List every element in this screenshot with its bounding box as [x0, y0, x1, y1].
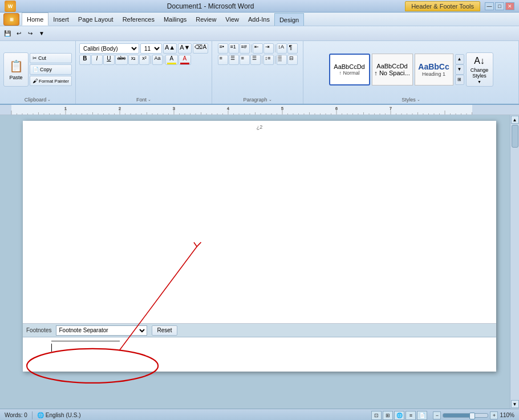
svg-text:3: 3	[173, 107, 175, 111]
footnote-content[interactable]	[23, 337, 496, 372]
draft-view-button[interactable]: 📄	[417, 411, 427, 420]
minimize-button[interactable]: —	[485, 2, 494, 10]
change-styles-arrow: ▼	[477, 80, 481, 84]
footnote-type-select[interactable]: Footnote Separator Footnote Continuation…	[56, 325, 147, 336]
paste-button[interactable]: 📋 Paste	[3, 52, 29, 87]
save-button[interactable]: 💾	[2, 28, 13, 39]
grow-font-button[interactable]: A▲	[163, 43, 177, 54]
sort-button[interactable]: ↕A	[277, 43, 287, 54]
align-left-button[interactable]: ≡	[218, 55, 228, 65]
styles-scroll-up[interactable]: ▲	[455, 54, 464, 64]
style-normal-selected[interactable]: AaBbCcDd ↑ Normal	[329, 54, 370, 85]
maximize-button[interactable]: □	[495, 2, 504, 10]
footnote-toolbar: Footnotes Footnote Separator Footnote Co…	[23, 324, 496, 337]
style-heading1[interactable]: AaBbCc Heading 1	[415, 54, 453, 85]
styles-scroll-down[interactable]: ▼	[455, 64, 464, 75]
scrollbar-down-button[interactable]: ▼	[511, 400, 519, 408]
highlight-button[interactable]: A	[165, 55, 178, 65]
menu-mailings[interactable]: Mailings	[159, 13, 191, 26]
office-logo[interactable]: W	[5, 1, 16, 12]
bullets-button[interactable]: ≡•	[218, 43, 228, 54]
copy-button[interactable]: 📄 Copy	[30, 64, 72, 75]
title-bar: W Document1 - Microsoft Word Header & Fo…	[0, 0, 519, 13]
font-expand-icon[interactable]: ⌄	[148, 97, 151, 102]
scrollbar-thumb[interactable]	[512, 125, 518, 148]
borders-button[interactable]: ⊟	[287, 55, 298, 65]
style-heading1-preview: AaBbCc	[418, 62, 449, 71]
zoom-in-button[interactable]: +	[490, 411, 498, 419]
menu-review[interactable]: Review	[191, 13, 221, 26]
change-styles-button[interactable]: A↓ ChangeStyles ▼	[466, 52, 493, 87]
bold-button[interactable]: B	[79, 55, 91, 65]
align-right-button[interactable]: ≡	[240, 55, 250, 65]
scrollbar-up-button[interactable]: ▲	[511, 116, 519, 124]
menu-view[interactable]: View	[221, 13, 244, 26]
reset-button[interactable]: Reset	[152, 325, 177, 336]
format-painter-label: Format Painter	[39, 79, 69, 84]
clipboard-expand-icon[interactable]: ⌄	[47, 97, 51, 102]
line-spacing-button[interactable]: ↕≡	[263, 55, 274, 65]
full-screen-button[interactable]: ⊞	[383, 411, 393, 420]
italic-button[interactable]: I	[91, 55, 103, 65]
language-icon: 🌐	[37, 412, 44, 418]
undo-button[interactable]: ↩	[14, 28, 24, 39]
clipboard-group: 📋 Paste ✂ Cut 📄 Copy 🖌 Format Painter Cl…	[0, 41, 76, 104]
font-color-bar	[180, 63, 189, 64]
para-sep2	[275, 44, 275, 52]
customize-qa-button[interactable]: ▼	[37, 28, 47, 39]
para-row2: ≡ ☰ ≡ ☰ ↕≡ ▒ ⊟	[218, 55, 298, 65]
document-scroll[interactable]: ¿2 Footnotes Footnote Separator Footnote…	[0, 115, 519, 409]
justify-button[interactable]: ☰	[250, 55, 261, 65]
menu-add-ins[interactable]: Add-Ins	[244, 13, 274, 26]
outline-view-button[interactable]: ≡	[406, 411, 416, 420]
font-name-select[interactable]: Calibri (Body)	[79, 43, 139, 54]
menu-page-layout[interactable]: Page Layout	[74, 13, 118, 26]
print-layout-button[interactable]: ⊡	[371, 411, 382, 420]
subscript-button[interactable]: x₂	[128, 55, 139, 65]
shrink-font-button[interactable]: A▼	[178, 43, 192, 54]
styles-expand-icon[interactable]: ⌄	[417, 97, 420, 102]
office-button[interactable]: ⊞	[3, 13, 19, 26]
language-indicator[interactable]: 🌐 English (U.S.)	[37, 412, 81, 418]
zoom-level[interactable]: 110%	[500, 412, 514, 418]
superscript-button[interactable]: x²	[139, 55, 149, 65]
close-button[interactable]: ✕	[505, 2, 514, 10]
paste-icon: 📋	[9, 59, 23, 73]
zoom-out-button[interactable]: −	[433, 411, 441, 419]
paragraph-expand-icon[interactable]: ⌄	[269, 97, 272, 102]
menu-insert[interactable]: Insert	[48, 13, 74, 26]
document-title: Document1 - Microsoft Word	[16, 2, 405, 10]
menu-design[interactable]: Design	[274, 13, 304, 26]
para-sep3	[262, 56, 262, 64]
change-case-button[interactable]: Aa	[152, 55, 163, 65]
page-content[interactable]: ¿2	[23, 121, 496, 323]
show-hide-button[interactable]: ¶	[287, 43, 298, 54]
strikethrough-button[interactable]: abc	[115, 55, 128, 65]
format-painter-button[interactable]: 🖌 Format Painter	[30, 76, 72, 86]
center-button[interactable]: ☰	[229, 55, 239, 65]
decrease-indent-button[interactable]: ⇤	[253, 43, 263, 54]
font-size-select[interactable]: 11	[140, 43, 162, 54]
style-no-spacing[interactable]: AaBbCcDd ↑ No Spaci...	[372, 54, 413, 85]
menu-references[interactable]: References	[118, 13, 159, 26]
multilevel-button[interactable]: ≡#	[240, 43, 250, 54]
redo-button[interactable]: ↪	[25, 28, 35, 39]
menu-home[interactable]: Home	[22, 13, 48, 26]
shading-button[interactable]: ▒	[277, 55, 287, 65]
web-layout-button[interactable]: 🌐	[394, 411, 404, 420]
increase-indent-button[interactable]: ⇥	[263, 43, 274, 54]
clear-format-button[interactable]: ⌫A	[193, 43, 208, 54]
cut-button[interactable]: ✂ Cut	[30, 53, 72, 63]
underline-button[interactable]: U	[103, 55, 115, 65]
font-color-button[interactable]: A	[179, 55, 191, 65]
zoom-thumb[interactable]	[469, 413, 475, 419]
svg-text:7: 7	[390, 107, 392, 111]
ruler-content: // We'll do this inline with JS after re…	[5, 105, 519, 115]
vertical-scrollbar[interactable]: ▲ ▼	[510, 115, 519, 409]
footnote-text-cursor	[51, 344, 52, 352]
numbering-button[interactable]: ≡1	[229, 43, 239, 54]
font-sep2	[164, 56, 164, 64]
header-footer-tools-label: Header & Footer Tools	[405, 1, 480, 11]
zoom-slider[interactable]	[443, 413, 488, 418]
styles-more-button[interactable]: ⊞	[455, 75, 464, 85]
